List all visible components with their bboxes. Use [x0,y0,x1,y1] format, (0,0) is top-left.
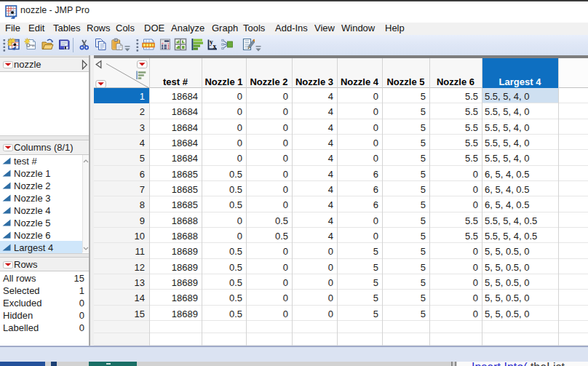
svg-text:x: x [213,43,217,50]
